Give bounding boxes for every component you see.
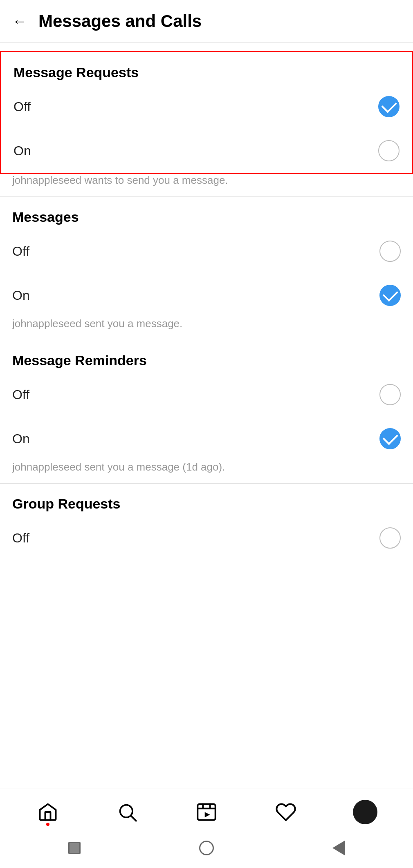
- radio-group-requests-off[interactable]: [379, 527, 401, 549]
- home-icon: [37, 801, 58, 823]
- search-icon: [117, 801, 138, 823]
- option-row-reminders-on[interactable]: On: [0, 417, 413, 461]
- section-title-messages: Messages: [12, 209, 401, 225]
- option-row-messages-on[interactable]: On: [0, 273, 413, 317]
- home-system-icon: [199, 841, 214, 855]
- main-content: ← Messages and Calls Message Requests Of…: [0, 0, 413, 634]
- option-label-reminders-off: Off: [12, 387, 29, 402]
- option-label-reminders-on: On: [12, 431, 30, 446]
- header: ← Messages and Calls: [0, 0, 413, 43]
- nav-icons-row: [0, 788, 413, 832]
- section-title-group-requests: Group Requests: [12, 496, 401, 512]
- option-row-message-requests-on[interactable]: On: [1, 129, 412, 173]
- option-label-messages-off: Off: [12, 244, 29, 259]
- description-message-reminders: johnappleseed sent you a message (1d ago…: [0, 461, 413, 483]
- radio-messages-off[interactable]: [379, 241, 401, 262]
- nav-activity[interactable]: [269, 796, 302, 828]
- home-dot-indicator: [46, 823, 49, 826]
- heart-icon: [275, 801, 296, 823]
- option-label-messages-on: On: [12, 288, 30, 303]
- option-label-off: Off: [13, 99, 31, 114]
- nav-search[interactable]: [111, 796, 144, 828]
- option-row-group-requests-off[interactable]: Off: [0, 516, 413, 560]
- svg-rect-2: [198, 804, 215, 820]
- profile-avatar: [353, 800, 377, 824]
- system-back-button[interactable]: [328, 837, 350, 859]
- radio-reminders-on[interactable]: [379, 428, 401, 449]
- recents-icon: [68, 842, 81, 854]
- nav-reels[interactable]: [190, 796, 223, 828]
- reels-icon: [196, 801, 217, 823]
- bottom-nav: [0, 788, 413, 868]
- description-message-requests: johnappleseed wants to send you a messag…: [0, 174, 413, 196]
- section-message-requests: Message Requests Off On: [0, 51, 413, 174]
- back-button[interactable]: ←: [12, 14, 27, 29]
- section-title-message-reminders: Message Reminders: [12, 353, 401, 368]
- svg-marker-3: [205, 812, 210, 817]
- svg-line-1: [131, 816, 136, 821]
- section-title-message-requests: Message Requests: [13, 65, 400, 80]
- nav-profile[interactable]: [349, 796, 382, 828]
- back-system-icon: [332, 841, 345, 855]
- option-label-on: On: [13, 143, 31, 158]
- section-messages: Messages Off On: [0, 197, 413, 317]
- radio-messages-on[interactable]: [379, 285, 401, 306]
- system-recents-button[interactable]: [63, 837, 85, 859]
- system-nav: [0, 832, 413, 868]
- radio-message-requests-on[interactable]: [378, 140, 400, 161]
- section-group-requests: Group Requests Off: [0, 484, 413, 560]
- page-title: Messages and Calls: [38, 11, 202, 31]
- description-messages: johnappleseed sent you a message.: [0, 317, 413, 340]
- radio-message-requests-off[interactable]: [378, 96, 400, 117]
- option-label-group-off: Off: [12, 531, 29, 546]
- radio-reminders-off[interactable]: [379, 384, 401, 405]
- section-message-reminders: Message Reminders Off On: [0, 340, 413, 461]
- system-home-button[interactable]: [195, 837, 218, 859]
- nav-home[interactable]: [31, 796, 64, 828]
- option-row-messages-off[interactable]: Off: [0, 229, 413, 273]
- option-row-message-requests-off[interactable]: Off: [1, 85, 412, 129]
- option-row-reminders-off[interactable]: Off: [0, 373, 413, 417]
